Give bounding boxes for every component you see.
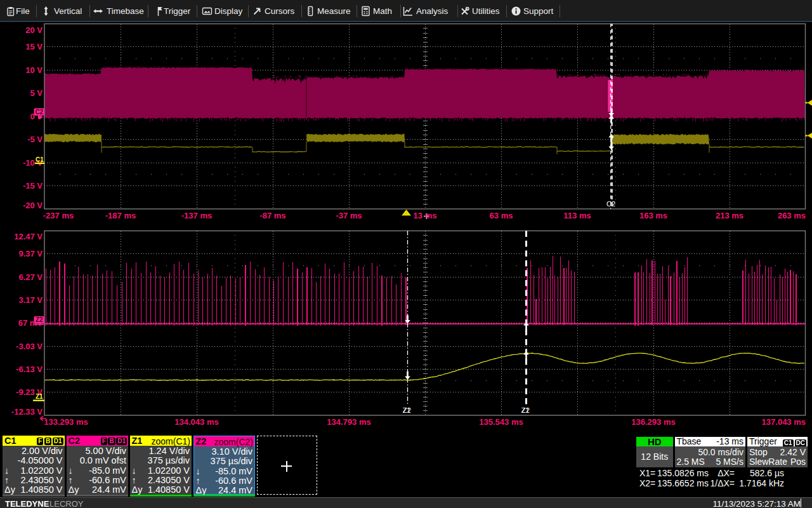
svg-text:Z2: Z2	[403, 406, 411, 414]
svg-text:C2: C2	[606, 200, 615, 208]
svg-text:-37 ms: -37 ms	[336, 211, 362, 220]
svg-text:C2: C2	[35, 109, 43, 116]
svg-text:Z2: Z2	[36, 316, 43, 323]
svg-text:-237 ms: -237 ms	[43, 211, 74, 220]
svg-text:6.27 V: 6.27 V	[18, 272, 43, 282]
svg-text:-20 V: -20 V	[23, 201, 43, 210]
svg-text:5 V: 5 V	[30, 88, 43, 98]
svg-text:137.043 ms: 137.043 ms	[762, 417, 806, 427]
svg-text:-187 ms: -187 ms	[105, 211, 136, 220]
svg-text:-137 ms: -137 ms	[181, 211, 212, 220]
svg-text:-87 ms: -87 ms	[259, 211, 285, 220]
svg-text:Z1: Z1	[36, 393, 43, 400]
svg-text:-5 V: -5 V	[27, 135, 43, 144]
svg-text:-3.03 V: -3.03 V	[16, 342, 43, 351]
svg-text:3.17 V: 3.17 V	[18, 295, 43, 305]
svg-text:63 ms: 63 ms	[490, 211, 513, 220]
svg-text:163 ms: 163 ms	[639, 211, 667, 220]
svg-text:136.293 ms: 136.293 ms	[631, 417, 675, 427]
svg-text:20 V: 20 V	[25, 25, 43, 35]
svg-text:213 ms: 213 ms	[716, 211, 743, 220]
svg-text:C1: C1	[36, 156, 44, 163]
svg-text:10 V: 10 V	[25, 65, 43, 75]
svg-text:134.793 ms: 134.793 ms	[327, 417, 370, 427]
svg-text:-12.33 V: -12.33 V	[11, 407, 43, 417]
svg-text:-15 V: -15 V	[23, 181, 43, 190]
svg-text:134.043 ms: 134.043 ms	[174, 417, 218, 427]
svg-text:12.47 V: 12.47 V	[14, 232, 43, 241]
svg-text:9.37 V: 9.37 V	[18, 249, 43, 258]
svg-text:133.293 ms: 133.293 ms	[44, 417, 88, 427]
svg-text:Z2: Z2	[521, 406, 530, 414]
svg-text:-6.13 V: -6.13 V	[16, 364, 43, 374]
svg-text:263 ms: 263 ms	[778, 211, 806, 220]
svg-text:113 ms: 113 ms	[563, 211, 591, 220]
svg-text:13 ms: 13 ms	[414, 211, 437, 220]
svg-text:15 V: 15 V	[25, 42, 43, 51]
svg-text:135.543 ms: 135.543 ms	[479, 417, 523, 427]
